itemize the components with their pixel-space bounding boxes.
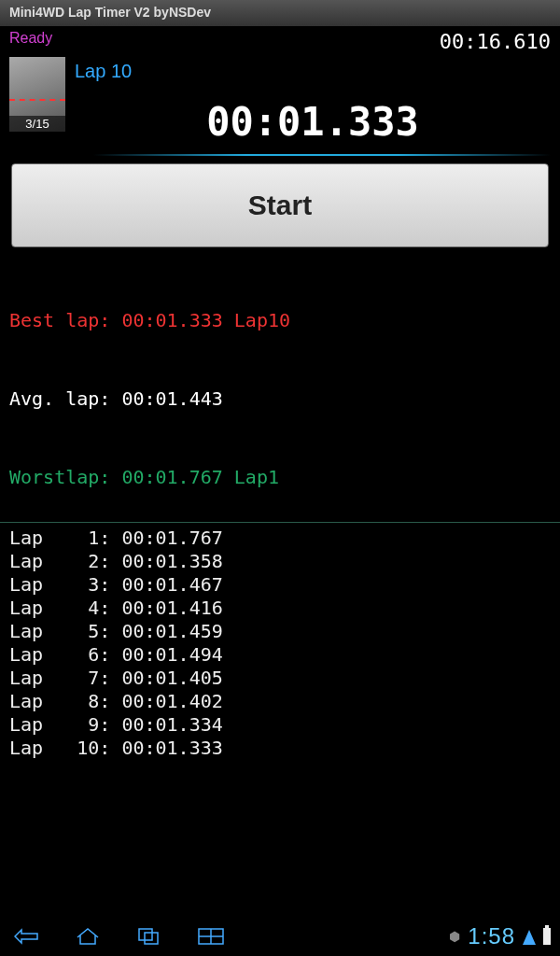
current-lap-label: Lap 10 xyxy=(75,57,551,86)
lap-row: Lap 9: 00:01.334 xyxy=(9,713,551,737)
lap-row: Lap 5: 00:01.459 xyxy=(9,620,551,643)
lap-row: Lap 7: 00:01.405 xyxy=(9,667,551,690)
lap-row: Lap 1: 00:01.767 xyxy=(9,527,551,550)
thin-divider xyxy=(0,522,560,523)
back-icon[interactable] xyxy=(9,928,43,945)
svg-rect-0 xyxy=(139,929,152,940)
camera-count: 3/15 xyxy=(9,116,65,132)
start-button[interactable]: Start xyxy=(11,163,549,247)
app-title-bar: Mini4WD Lap Timer V2 byNSDev xyxy=(0,0,560,26)
current-lap-time: 00:01.333 xyxy=(75,99,551,145)
battery-icon xyxy=(543,928,551,945)
recent-apps-icon[interactable] xyxy=(133,927,166,946)
system-clock: 1:58 xyxy=(468,923,515,949)
divider xyxy=(93,154,551,156)
signal-icon xyxy=(523,928,536,945)
lap-row: Lap 6: 00:01.494 xyxy=(9,643,551,667)
svg-rect-1 xyxy=(145,933,158,944)
lap-row: Lap 4: 00:01.416 xyxy=(9,597,551,620)
lap-row: Lap 3: 00:01.467 xyxy=(9,573,551,597)
lap-list: Lap 1: 00:01.767Lap 2: 00:01.358Lap 3: 0… xyxy=(0,527,560,760)
screenshot-icon[interactable] xyxy=(194,928,228,945)
system-nav-bar: ⬢ 1:58 xyxy=(0,917,560,956)
debug-icon: ⬢ xyxy=(449,929,460,944)
best-lap-stat: Best lap: 00:01.333 Lap10 xyxy=(9,307,551,333)
lap-row: Lap 10: 00:01.333 xyxy=(9,737,551,760)
lap-row: Lap 8: 00:01.402 xyxy=(9,690,551,713)
home-icon[interactable] xyxy=(71,928,105,945)
worst-lap-stat: Worstlap: 00:01.767 Lap1 xyxy=(9,464,551,490)
camera-preview[interactable]: 3/15 xyxy=(9,57,65,132)
lap-row: Lap 2: 00:01.358 xyxy=(9,550,551,573)
avg-lap-stat: Avg. lap: 00:01.443 xyxy=(9,386,551,412)
total-time: 00:16.610 xyxy=(440,30,551,53)
status-label: Ready xyxy=(9,30,52,53)
detection-line xyxy=(9,99,65,101)
